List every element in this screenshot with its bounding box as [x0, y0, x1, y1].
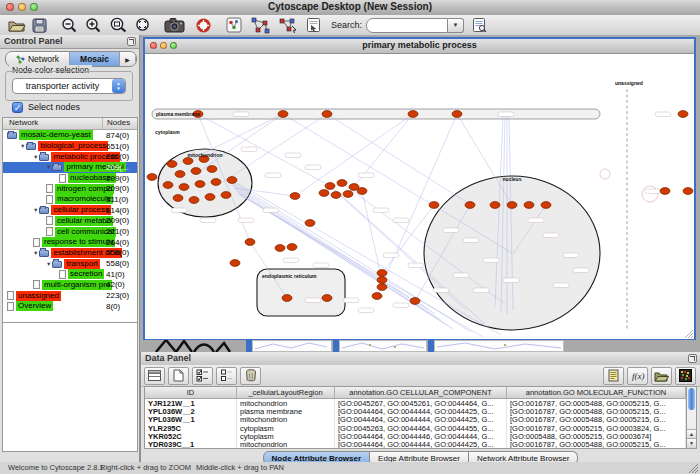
delete-attribute-icon[interactable]: [240, 367, 261, 385]
expand-arrow-icon[interactable]: ▼: [33, 207, 38, 213]
help-icon[interactable]: [195, 16, 212, 34]
folder-icon: [26, 143, 36, 150]
tree-item-label: response to stimulu: [42, 237, 115, 247]
expand-arrow-icon[interactable]: ▼: [33, 154, 38, 160]
float-panel-icon[interactable]: [688, 354, 697, 363]
graph-node: [290, 193, 300, 200]
function-builder-icon[interactable]: f(x): [627, 367, 648, 385]
background-frame-fragment[interactable]: [339, 340, 427, 352]
background-frame-fragment[interactable]: [252, 340, 332, 352]
search-input[interactable]: [366, 18, 448, 33]
node-label-chip: [453, 273, 469, 278]
select-nodes-checkbox[interactable]: ✓: [12, 102, 23, 113]
network-frame-titlebar[interactable]: primary metabolic process: [145, 39, 694, 54]
select-attributes-icon[interactable]: [192, 367, 213, 385]
network-canvas[interactable]: plasma membranecytoplasmmitochondrionnuc…: [145, 54, 694, 339]
table-row[interactable]: YDR039C__1mitochondrion[GO:0044464, GO:0…: [145, 440, 686, 448]
node-label-chip: [393, 218, 409, 223]
tree-item-label: cellular process: [51, 205, 111, 215]
tree-item-metabolic-process[interactable]: ▼metabolic process280(0): [3, 151, 137, 162]
tree-item-secretion[interactable]: secretion41(0): [3, 269, 137, 280]
node-count: 209(0): [106, 216, 129, 225]
graph-node: [452, 111, 462, 118]
column-header[interactable]: annotation.GO CELLULAR_COMPONENT: [335, 387, 507, 398]
attribute-table-header[interactable]: ID_cellularLayoutRegionannotation.GO CEL…: [145, 387, 686, 399]
background-overview-sketch[interactable]: [154, 340, 232, 352]
scrollbar-thumb[interactable]: [688, 388, 695, 410]
snapshot-icon[interactable]: [164, 16, 185, 34]
zoom-in-icon[interactable]: [85, 16, 102, 34]
data-panel: Data Panel f(x) ID_cellularLayoutRegiona…: [140, 352, 700, 462]
search-dropdown-button[interactable]: ▼: [448, 18, 464, 33]
expand-arrow-icon[interactable]: ▼: [46, 164, 51, 170]
node-label-chip: [373, 208, 389, 213]
window-titlebar[interactable]: Cytoscape Desktop (New Session): [0, 0, 700, 16]
file-icon: [33, 280, 40, 289]
folder-icon: [39, 154, 49, 161]
import-attributes-icon[interactable]: [651, 367, 672, 385]
network-graph[interactable]: plasma membranecytoplasmmitochondrionnuc…: [145, 54, 694, 339]
vizmapper-icon[interactable]: [226, 16, 242, 34]
zoom-fit-icon[interactable]: [135, 16, 152, 34]
background-frame-fragment[interactable]: [434, 340, 564, 352]
control-panel-header[interactable]: Control Panel: [0, 35, 139, 49]
network-tree-header[interactable]: Network Nodes: [3, 118, 137, 130]
annotation-icon[interactable]: [306, 16, 321, 34]
tree-item-nucleobase-[interactable]: nucleobase-209(0): [3, 173, 137, 184]
node-color-select[interactable]: transporter activity ▲▼: [12, 78, 126, 94]
unselect-attributes-icon[interactable]: [216, 367, 237, 385]
network-selection-icon[interactable]: [278, 16, 298, 34]
birds-eye-view[interactable]: [2, 322, 138, 452]
select-nodes-row: ✓ Select nodes: [12, 101, 80, 113]
tree-item-label: cellular metabo: [55, 216, 113, 226]
data-panel-toolbar: f(x): [141, 365, 700, 387]
open-icon[interactable]: [8, 16, 26, 34]
expand-arrow-icon[interactable]: ▼: [20, 143, 25, 149]
tree-item-establishment-of-lo[interactable]: ▼establishment of lo558(0): [3, 248, 137, 259]
save-icon[interactable]: [32, 16, 47, 34]
tree-item-cellular-metabo[interactable]: cellular metabo209(0): [3, 216, 137, 227]
graph-node: [465, 202, 475, 209]
frame-resize-grip[interactable]: [683, 328, 693, 338]
graph-node: [175, 171, 185, 178]
tree-item-biological-process[interactable]: ▼biological_process651(0): [3, 141, 137, 152]
tree-item-transport[interactable]: ▼transport558(0): [3, 258, 137, 269]
tree-item-cell-communicat[interactable]: cell communicat221(0): [3, 226, 137, 237]
search-label: Search:: [331, 20, 362, 30]
search-options-icon[interactable]: [472, 16, 487, 34]
zoom-selected-icon[interactable]: [109, 16, 128, 34]
tree-item-unassigned[interactable]: unassigned223(0): [3, 290, 137, 301]
matrix-icon[interactable]: [675, 367, 696, 385]
network-overview-icon[interactable]: [250, 16, 270, 34]
new-attribute-icon[interactable]: [168, 367, 189, 385]
tab-overflow-arrow[interactable]: ▶: [120, 52, 136, 66]
tree-item-response-to-stimulu[interactable]: response to stimulu264(0): [3, 237, 137, 248]
expand-arrow-icon[interactable]: ▼: [33, 250, 38, 256]
tree-item-primary-metabol[interactable]: ▼primary metabol209(...: [3, 162, 137, 173]
tree-item-cellular-process[interactable]: ▼cellular process614(0): [3, 205, 137, 216]
label-icon[interactable]: [603, 367, 624, 385]
node-count: 41(0): [106, 270, 125, 279]
window-resize-grip[interactable]: [687, 462, 698, 473]
attribute-list-icon[interactable]: [144, 367, 165, 385]
tree-item-nitrogen-compo[interactable]: nitrogen compo209(0): [3, 183, 137, 194]
data-panel-header[interactable]: Data Panel: [141, 352, 700, 366]
column-header[interactable]: _cellularLayoutRegion: [237, 387, 335, 398]
graph-node: [377, 270, 387, 277]
table-scrollbar[interactable]: ▲ ▼: [686, 386, 697, 449]
tree-item-overview[interactable]: Overview8(0): [3, 301, 137, 312]
network-view-frame[interactable]: primary metabolic process plasma membran…: [143, 37, 696, 340]
column-header[interactable]: ID: [145, 387, 237, 398]
tree-item-macromolecule[interactable]: macromolecule311(0): [3, 194, 137, 205]
graph-node: [173, 195, 183, 202]
float-panel-icon[interactable]: [127, 37, 136, 46]
tree-item-label: secretion: [68, 269, 104, 279]
column-header[interactable]: annotation.GO MOLECULAR_FUNCTION: [507, 387, 686, 398]
tree-item-multi-organism-pro[interactable]: multi-organism pro42(0): [3, 280, 137, 291]
scroll-down-arrow[interactable]: ▼: [687, 438, 696, 448]
expand-arrow-icon[interactable]: ▼: [46, 261, 51, 267]
tree-item-mosaic-demo-yeast[interactable]: mosaic-demo-yeast874(0): [3, 130, 137, 141]
graph-node: [305, 220, 315, 227]
zoom-out-icon[interactable]: [61, 16, 78, 34]
file-icon: [46, 195, 53, 204]
